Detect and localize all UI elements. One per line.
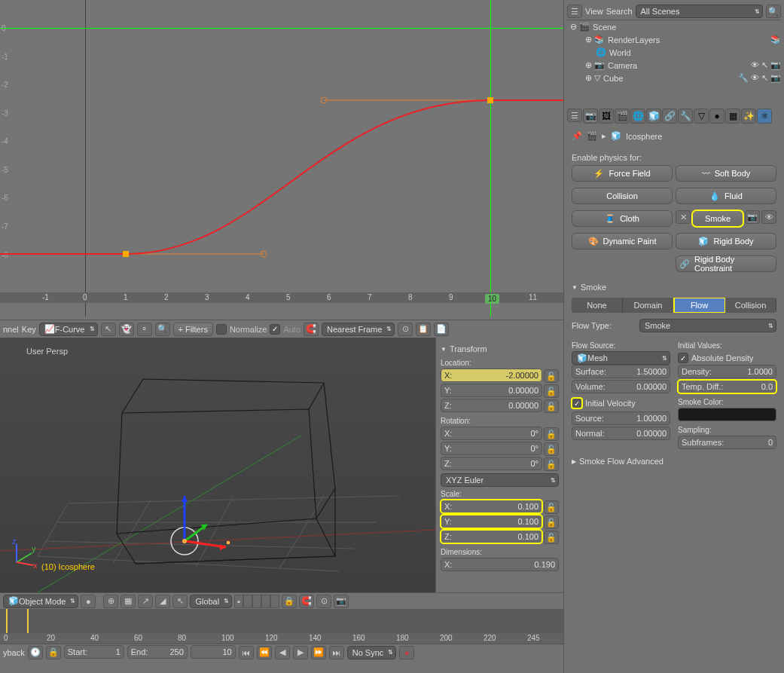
material-tab-icon[interactable]: ● bbox=[709, 109, 725, 124]
particles-tab-icon[interactable]: ✨ bbox=[741, 109, 756, 124]
shading-solid-icon[interactable]: ● bbox=[81, 595, 96, 608]
frame-ruler[interactable]: -1 0 1 2 3 4 5 6 7 8 9 10 11 bbox=[0, 292, 563, 303]
collision-button[interactable]: Collision bbox=[572, 188, 673, 204]
outliner-item-camera[interactable]: ⊕ 📷 Camera👁 ↖ 📷 bbox=[567, 59, 781, 72]
world-tab-icon[interactable]: 🌐 bbox=[630, 109, 645, 124]
normals-icon[interactable]: ◢ bbox=[155, 595, 170, 608]
current-frame-marker[interactable]: 10 bbox=[485, 294, 499, 304]
smoke-type-flow[interactable]: Flow bbox=[674, 298, 725, 313]
jump-start-icon[interactable]: ⏮ bbox=[239, 646, 254, 659]
source-field[interactable]: Source:1.00000 bbox=[572, 411, 670, 425]
layers-tab-icon[interactable]: 🖼 bbox=[599, 109, 614, 124]
channel-menu[interactable]: nnel bbox=[3, 325, 19, 334]
view-menu[interactable]: View bbox=[585, 7, 603, 16]
key-menu[interactable]: Key bbox=[22, 325, 36, 334]
temp-diff-field[interactable]: Temp. Diff.:0.0 bbox=[678, 380, 776, 393]
soft-body-button[interactable]: 〰 Soft Body bbox=[676, 165, 776, 182]
layer-btn[interactable] bbox=[270, 595, 279, 608]
timeline-ruler[interactable]: 0 20 40 60 80 100 120 140 160 180 200 22… bbox=[0, 633, 563, 644]
smoke-type-none[interactable]: None bbox=[572, 298, 623, 313]
scene-filter-dropdown[interactable]: All Scenes bbox=[636, 5, 763, 18]
lock-icon[interactable]: 🔒 bbox=[282, 595, 297, 608]
subframes-field[interactable]: Subframes:0 bbox=[678, 436, 776, 449]
scale-z-field[interactable]: Z:0.100 bbox=[441, 530, 542, 543]
object-tab-icon[interactable]: 🧊 bbox=[646, 109, 661, 124]
force-field-button[interactable]: ⚡ Force Field bbox=[572, 165, 673, 182]
smoke-button[interactable]: Smoke bbox=[692, 210, 743, 227]
snap-icon[interactable]: 🧲 bbox=[299, 595, 314, 608]
rot-y-field[interactable]: Y:0° bbox=[441, 442, 542, 455]
graph-canvas[interactable]: 0 -1 -2 -3 -4 -5 -6 -7 -8 -1 0 1 2 3 4 5 bbox=[0, 0, 563, 317]
viewport-3d[interactable]: User Persp bbox=[0, 338, 435, 592]
smoke-panel-header[interactable]: Smoke bbox=[564, 280, 784, 295]
loc-x-field[interactable]: X:-2.00000 bbox=[441, 369, 542, 382]
paste-icon[interactable]: 📄 bbox=[434, 323, 449, 336]
auto-checkbox[interactable] bbox=[270, 324, 280, 335]
lock-icon[interactable]: 🔓 bbox=[544, 399, 559, 413]
outliner-item-renderlayers[interactable]: ⊕ 📚 RenderLayers📚 bbox=[567, 33, 781, 46]
filters-button[interactable]: + Filters bbox=[173, 323, 213, 336]
initial-velocity-checkbox[interactable] bbox=[572, 398, 582, 408]
handles-icon[interactable]: ⚬ bbox=[137, 323, 152, 336]
rigid-body-button[interactable]: 🧊 Rigid Body bbox=[676, 233, 776, 249]
snap-icon[interactable]: 🧲 bbox=[304, 323, 319, 336]
rigid-body-constraint-button[interactable]: 🔗 Rigid Body Constraint bbox=[676, 255, 776, 272]
smoke-type-domain[interactable]: Domain bbox=[623, 298, 674, 313]
lock-icon[interactable]: 🔓 bbox=[544, 515, 559, 529]
fluid-button[interactable]: 💧 Fluid bbox=[676, 188, 776, 204]
editor-type-icon[interactable]: ☰ bbox=[567, 5, 582, 18]
layer-btn[interactable] bbox=[252, 595, 261, 608]
data-tab-icon[interactable]: ▽ bbox=[694, 109, 709, 124]
start-frame-field[interactable]: Start:1 bbox=[64, 645, 124, 659]
editor-type-icon[interactable]: ☰ bbox=[567, 109, 582, 122]
clock-icon[interactable]: 🕐 bbox=[28, 646, 43, 659]
outliner-item-world[interactable]: 🌐 World bbox=[567, 46, 781, 59]
play-icon[interactable]: ▶ bbox=[293, 646, 308, 659]
render-icon[interactable]: 📷 bbox=[334, 595, 349, 608]
playback-menu[interactable]: yback bbox=[3, 648, 25, 657]
ghost-icon[interactable]: 👻 bbox=[119, 323, 134, 336]
rot-x-field[interactable]: X:0° bbox=[441, 427, 542, 440]
jump-end-icon[interactable]: ⏭ bbox=[329, 646, 344, 659]
render-toggle-icon[interactable]: 📷 bbox=[745, 210, 760, 224]
lock-icon[interactable]: 🔓 bbox=[544, 369, 559, 383]
rot-z-field[interactable]: Z:0° bbox=[441, 457, 542, 470]
flow-source-dropdown[interactable]: 🧊 Mesh bbox=[572, 351, 670, 365]
constraints-tab-icon[interactable]: 🔗 bbox=[662, 109, 677, 124]
layer-btn[interactable] bbox=[261, 595, 270, 608]
density-field[interactable]: Density:1.0000 bbox=[678, 365, 776, 378]
proportional-icon[interactable]: ⊙ bbox=[398, 323, 413, 336]
scene-tab-icon[interactable]: 🎬 bbox=[615, 109, 630, 124]
prev-key-icon[interactable]: ⏪ bbox=[257, 646, 272, 659]
layer-btn[interactable] bbox=[243, 595, 252, 608]
cursor-icon[interactable]: ↖ bbox=[101, 323, 116, 336]
outliner-item-cube[interactable]: ⊕ ▽ Cube🔧 👁 ↖ 📷 bbox=[567, 72, 781, 84]
record-icon[interactable]: ● bbox=[399, 646, 414, 659]
modifiers-tab-icon[interactable]: 🔧 bbox=[678, 109, 693, 124]
smoke-type-collision[interactable]: Collision bbox=[725, 298, 776, 313]
snap-dropdown[interactable]: Nearest Frame bbox=[322, 323, 395, 336]
lock-icon[interactable]: 🔓 bbox=[544, 500, 559, 514]
transform-header[interactable]: Transform bbox=[441, 342, 559, 356]
orientation-dropdown[interactable]: Global bbox=[190, 595, 232, 608]
flow-type-dropdown[interactable]: Smoke bbox=[639, 319, 776, 332]
search-icon[interactable]: 🔍 bbox=[766, 5, 781, 18]
layer-btn[interactable]: ▪ bbox=[234, 595, 243, 608]
smoke-advanced-header[interactable]: Smoke Flow Advanced bbox=[564, 454, 784, 469]
lock-icon[interactable]: 🔓 bbox=[544, 457, 559, 471]
play-reverse-icon[interactable]: ◀ bbox=[275, 646, 290, 659]
scale-x-field[interactable]: X:0.100 bbox=[441, 500, 542, 513]
timeline-canvas[interactable] bbox=[0, 609, 563, 633]
lock-icon[interactable]: 🔓 bbox=[544, 531, 559, 544]
pin-icon[interactable]: 📌 bbox=[572, 131, 582, 141]
lock-icon[interactable]: 🔓 bbox=[544, 384, 559, 398]
search-menu[interactable]: Search bbox=[606, 7, 633, 16]
manipulator-icon[interactable]: ↗ bbox=[138, 595, 153, 608]
render-tab-icon[interactable]: 📷 bbox=[583, 109, 598, 124]
lock-icon[interactable]: 🔒 bbox=[46, 646, 61, 659]
texture-tab-icon[interactable]: ▦ bbox=[725, 109, 740, 124]
proportional-icon[interactable]: ⊙ bbox=[316, 595, 331, 608]
outliner-item-scene[interactable]: ⊖ 🎬 Scene bbox=[567, 20, 781, 33]
rot-mode-dropdown[interactable]: XYZ Euler bbox=[441, 473, 559, 487]
normalize-checkbox[interactable] bbox=[216, 324, 227, 335]
